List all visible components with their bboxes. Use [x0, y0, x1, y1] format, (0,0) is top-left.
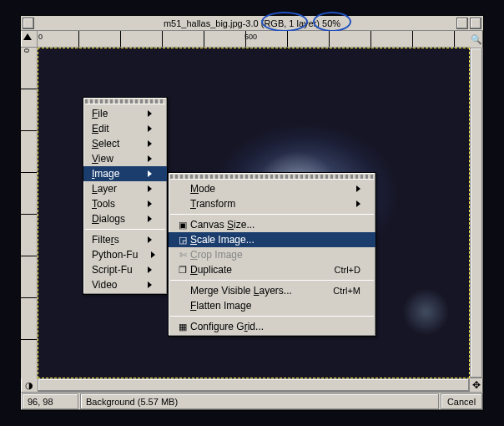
crop-icon: ✄	[177, 250, 189, 261]
scale-image-icon: ◲	[177, 235, 189, 246]
cancel-button[interactable]: Cancel	[441, 393, 482, 409]
submenu-configure-grid[interactable]: ▦Configure Grid...	[169, 319, 375, 334]
menu-tearoff[interactable]	[85, 99, 165, 104]
menu-filters[interactable]: Filters	[83, 232, 167, 247]
titlebar: m51_hallas_big.jpg-3.0 (RGB, 1 layer) 50…	[21, 16, 483, 31]
submenu-canvas-size[interactable]: ▣Canvas Size...	[169, 217, 375, 232]
window-menu-button[interactable]	[23, 18, 34, 29]
menu-select[interactable]: Select	[83, 136, 167, 151]
grid-icon: ▦	[177, 322, 189, 332]
image-submenu: Mode Transform ▣Canvas Size... ◲Scale Im…	[168, 172, 376, 337]
title-text: m51_hallas_big.jpg-3.0 (RGB, 1 layer) 50…	[21, 18, 483, 28]
scrollbar-vertical[interactable]	[470, 48, 483, 378]
ruler-horizontal[interactable]: 0 500	[38, 31, 470, 48]
submenu-sep1	[170, 214, 374, 215]
statusbar: 96, 98 Background (5.57 MB) Cancel	[21, 392, 483, 410]
annotation-zoom-circle	[313, 12, 351, 32]
menu-file[interactable]: File	[83, 106, 167, 121]
duplicate-icon: ❐	[177, 265, 189, 276]
ruler-tick-h-500: 500	[244, 33, 257, 41]
submenu-crop-image[interactable]: ✄Crop Image	[169, 247, 375, 262]
canvas-size-icon: ▣	[177, 220, 189, 231]
menu-view[interactable]: View	[83, 151, 167, 166]
maximize-button[interactable]	[470, 18, 481, 29]
minimize-button[interactable]	[456, 18, 468, 29]
submenu-merge-layers[interactable]: Merge Visible Layers...Ctrl+M	[169, 283, 375, 298]
menu-image[interactable]: Image	[83, 166, 167, 181]
scrollbar-horizontal[interactable]	[38, 378, 470, 392]
submenu-mode[interactable]: Mode	[169, 181, 375, 196]
status-layer: Background (5.57 MB)	[80, 393, 439, 409]
menu-separator	[85, 229, 165, 230]
ruler-origin[interactable]	[21, 31, 38, 48]
menu-layer[interactable]: Layer	[83, 181, 167, 196]
submenu-tearoff[interactable]	[170, 175, 374, 180]
title-filename: m51_hallas_big.jpg-3.0	[164, 18, 259, 28]
context-menu: File Edit Select View Image Layer Tools …	[83, 97, 168, 295]
submenu-scale-image[interactable]: ◲Scale Image...	[169, 232, 375, 247]
image-window: m51_hallas_big.jpg-3.0 (RGB, 1 layer) 50…	[20, 15, 484, 411]
ruler-tick-v-0: 0	[23, 48, 31, 53]
menu-scriptfu[interactable]: Script-Fu	[83, 262, 167, 277]
submenu-transform[interactable]: Transform	[169, 196, 375, 211]
menu-dialogs[interactable]: Dialogs	[83, 211, 167, 226]
annotation-rgb-circle	[261, 12, 308, 32]
quickmask-toggle[interactable]: ◑	[21, 378, 38, 392]
menu-video[interactable]: Video	[83, 277, 167, 292]
menu-tools[interactable]: Tools	[83, 196, 167, 211]
submenu-duplicate[interactable]: ❐DuplicateCtrl+D	[169, 262, 375, 277]
submenu-flatten[interactable]: Flatten Image	[169, 298, 375, 313]
menu-pythonfu[interactable]: Python-Fu	[83, 247, 167, 262]
submenu-sep3	[170, 316, 374, 317]
navigation-move-icon[interactable]: ✥	[470, 378, 483, 392]
submenu-sep2	[170, 280, 374, 281]
nav-zoom-icon[interactable]: 🔍	[470, 31, 483, 48]
ruler-vertical[interactable]: 0	[21, 48, 38, 378]
ruler-tick-h-0: 0	[38, 33, 43, 41]
menu-edit[interactable]: Edit	[83, 121, 167, 136]
status-coords: 96, 98	[22, 393, 78, 409]
